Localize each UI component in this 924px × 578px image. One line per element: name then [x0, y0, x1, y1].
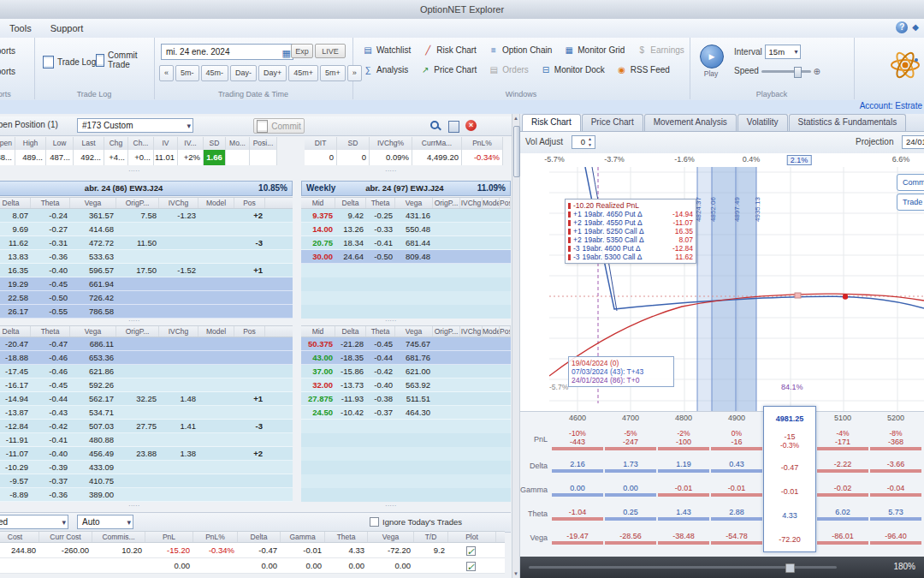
menu-item[interactable]: Support — [41, 19, 93, 38]
time-nav-button[interactable]: Day+ — [258, 65, 287, 81]
trade-side-button[interactable]: Trade C — [897, 194, 924, 211]
window-button[interactable]: ╱ Risk Chart — [418, 42, 482, 58]
window-button[interactable]: ↗ Price Chart — [415, 62, 482, 78]
option-row[interactable]: 19.29 -0.45 661.94 — [0, 277, 293, 291]
weekly-series-header[interactable]: Weekly abr. 24 (97) EWJ.J24 11.09% — [301, 181, 511, 196]
plot-checkbox[interactable] — [466, 562, 476, 571]
window-button[interactable]: ⊟ Monitor Dock — [536, 62, 610, 78]
option-row[interactable]: 16.35 -0.40 596.57 17.50 -1.52 +1 — [0, 264, 293, 277]
option-row[interactable]: 50.375 -21.28 -0.45 745.67 — [301, 337, 511, 351]
speed-slider[interactable] — [761, 70, 811, 73]
zoom-slider-thumb[interactable] — [785, 563, 795, 573]
close-position-icon[interactable]: × — [465, 120, 477, 131]
speed-slider-thumb[interactable] — [794, 67, 802, 78]
summary-row[interactable]: 0.00 0.00 0.00 0.00 0.00 — [0, 558, 505, 574]
calculator-icon[interactable] — [448, 121, 459, 134]
risk-chart[interactable]: 67%56%44%33%22%11%0%-11%-22%-33%-44%-56% — [520, 167, 924, 412]
option-row[interactable]: 26.17 -0.55 786.58 — [0, 305, 293, 319]
option-row[interactable]: -13.87 -0.43 534.71 — [0, 406, 293, 420]
window-button[interactable]: ∑ Analysis — [358, 62, 413, 78]
menu-item[interactable]: Tools — [0, 19, 41, 38]
option-row[interactable]: -12.84 -0.42 507.03 27.75 1.41 -3 — [0, 420, 293, 433]
vertical-scrollbar[interactable]: ▲ ▼ — [512, 114, 520, 578]
zoom-search-icon[interactable] — [429, 120, 441, 133]
play-button[interactable]: ▶ — [700, 45, 724, 69]
time-nav-button[interactable]: 45m- — [201, 65, 229, 81]
window-button[interactable]: ▦ Monitor Grid — [559, 42, 630, 58]
projection-date[interactable]: 24/01/2024 — [902, 135, 924, 149]
scroll-up-icon[interactable]: ▲ — [512, 116, 519, 121]
option-row[interactable]: -11.91 -0.41 480.88 — [0, 433, 293, 447]
help-icon[interactable]: ? — [896, 21, 908, 33]
option-row[interactable]: 24.50 -10.42 -0.37 464.30 — [301, 406, 511, 420]
option-row[interactable]: -10.29 -0.39 433.09 — [0, 461, 293, 474]
time-nav-button[interactable]: Day- — [230, 65, 257, 81]
date-input[interactable]: mi. 24 ene. 2024 ▦ — [161, 44, 293, 60]
window-button[interactable]: $ Earnings — [631, 42, 689, 58]
scroll-down-icon[interactable]: ▼ — [512, 571, 519, 576]
option-row[interactable]: 9.375 9.42 -0.25 431.16 — [301, 209, 511, 223]
display-mode-select[interactable]: ed — [0, 515, 68, 529]
window-button[interactable]: ≡ Option Chain — [483, 42, 557, 58]
commit-button[interactable]: Commit — [253, 118, 305, 134]
zoom-slider[interactable] — [529, 566, 837, 569]
option-row[interactable]: -8.89 -0.36 389.00 — [0, 488, 293, 502]
option-row[interactable]: -14.94 -0.44 562.17 32.25 1.48 +1 — [0, 392, 293, 406]
position-selector[interactable]: #173 Custom — [77, 118, 193, 133]
spinner-arrows-icon[interactable]: ▲▼ — [586, 136, 594, 148]
option-row[interactable]: -18.88 -0.46 653.36 — [0, 351, 293, 365]
auto-select[interactable]: Auto — [77, 515, 133, 529]
greeks-column[interactable]: 4600 -10% -443 2.16 0.00 -1.04 -19.47 — [551, 411, 604, 552]
greeks-column[interactable]: 4900 0% -16 0.43 -0.01 2.88 -54.78 — [710, 411, 763, 552]
option-row[interactable]: -9.57 -0.37 410.75 — [0, 474, 293, 488]
risk-panel-tab[interactable]: Volatility — [737, 114, 788, 131]
greeks-column[interactable]: 4981.25 -0.3% -15 -0.47 -0.01 4.33 -72.2… — [763, 406, 816, 552]
option-row[interactable]: 30.00 24.64 -0.50 809.48 — [301, 250, 511, 264]
option-row[interactable]: 32.00 -13.73 -0.40 563.92 — [301, 378, 511, 392]
option-row[interactable]: 20.75 18.34 -0.41 681.44 — [301, 236, 511, 250]
option-row[interactable]: -20.47 -0.47 686.11 — [0, 337, 293, 351]
option-row[interactable]: 11.62 -0.31 472.72 11.50 -3 — [0, 236, 293, 250]
risk-panel-tab[interactable]: Statistics & Fundamentals — [789, 114, 907, 131]
live-toggle[interactable]: LIVE — [315, 44, 346, 58]
option-row[interactable]: 13.83 -0.36 533.63 — [0, 250, 293, 264]
splitter[interactable]: ·········· — [0, 169, 511, 176]
summary-row[interactable]: 244.80 -260.00 10.20 -15.20 -0.34% -0.47… — [0, 543, 505, 558]
option-row[interactable]: 14.00 13.26 -0.33 550.48 — [301, 223, 511, 236]
greeks-column[interactable]: 4700 -5% -247 1.73 0.00 0.25 -28.56 — [604, 411, 657, 552]
pin-icon[interactable]: ◆ — [912, 21, 919, 33]
window-button[interactable]: ◉ RSS Feed — [612, 62, 675, 78]
time-nav-button[interactable]: 5m+ — [320, 65, 346, 81]
plot-checkbox[interactable] — [466, 546, 476, 556]
exp-toggle[interactable]: Exp — [291, 44, 313, 58]
greeks-column[interactable]: 5100 -4% -171 -2.22 -0.02 6.02 -86.01 — [816, 411, 869, 552]
option-row[interactable]: 8.07 -0.24 361.57 7.58 -1.23 +2 — [0, 209, 293, 223]
option-row[interactable]: 9.69 -0.27 414.68 — [0, 223, 293, 236]
commit-side-button[interactable]: Commit — [897, 174, 924, 191]
commit-trade-button[interactable]: Commit Trade — [91, 48, 152, 72]
time-nav-button[interactable]: 45m+ — [288, 65, 318, 81]
option-row[interactable]: 37.00 -15.86 -0.42 621.00 — [301, 365, 511, 378]
interval-select[interactable]: 15m — [765, 45, 801, 59]
option-row[interactable]: 27.875 -11.93 -0.38 511.51 — [301, 392, 511, 406]
risk-panel-tab[interactable]: Risk Chart — [522, 114, 581, 131]
time-nav-button[interactable]: « — [159, 65, 174, 81]
plus-icon[interactable]: ⊕ — [813, 67, 820, 76]
reports-button-2[interactable]: Reports — [0, 63, 21, 79]
splitter[interactable]: ·········· — [0, 504, 511, 510]
greeks-column[interactable]: 5200 -8% -368 -3.66 -0.04 5.73 -96.40 — [869, 411, 922, 552]
splitter[interactable]: ·········· — [0, 319, 511, 325]
reports-button[interactable]: Reports — [0, 43, 21, 58]
window-button[interactable]: ▤ Watchlist — [358, 42, 416, 58]
ignore-trades-checkbox[interactable]: Ignore Today's Trades — [370, 516, 462, 527]
monthly-series-header[interactable]: abr. 24 (86) EW3.J24 10.85% — [0, 181, 293, 196]
risk-panel-tab[interactable]: Price Chart — [582, 114, 643, 131]
time-nav-button[interactable]: 5m- — [175, 65, 199, 81]
option-row[interactable]: 43.00 -18.35 -0.44 681.76 — [301, 351, 511, 365]
option-row[interactable]: -16.17 -0.45 592.26 — [0, 378, 293, 392]
greeks-column[interactable]: 4800 -2% -100 1.19 -0.01 1.43 -38.48 — [657, 411, 710, 552]
window-button[interactable]: ▤ Orders — [483, 62, 534, 78]
vol-adjust-spinner[interactable]: 0 ▲▼ — [572, 135, 595, 149]
calendar-icon[interactable]: ▦ — [282, 46, 291, 61]
option-row[interactable]: 22.58 -0.50 726.42 — [0, 291, 293, 305]
